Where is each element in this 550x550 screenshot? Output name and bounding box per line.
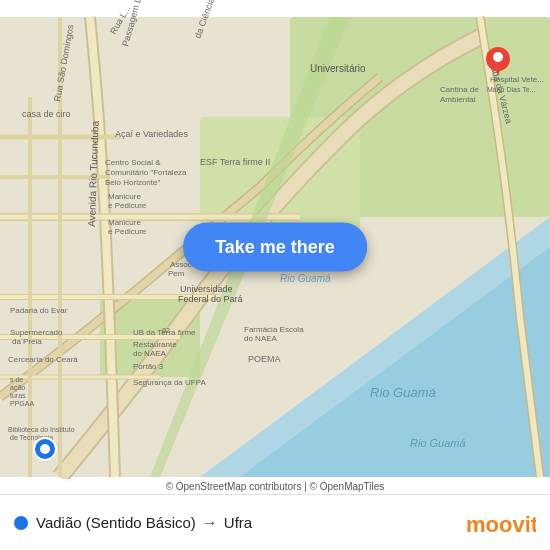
moovit-logo-svg: moovit — [466, 508, 536, 538]
svg-text:e Pedicure: e Pedicure — [108, 201, 147, 210]
svg-text:Supermercado: Supermercado — [10, 328, 63, 337]
route-info: Vadião (Sentido Básico) → Ufra — [14, 514, 466, 532]
svg-text:Centro Social &: Centro Social & — [105, 158, 161, 167]
svg-point-58 — [40, 444, 50, 454]
app-container: Rio Guamá Rio Guamá Rua L... Rua São Dom… — [0, 0, 550, 550]
svg-text:PPGAA: PPGAA — [10, 400, 34, 407]
svg-text:Belo Horizonte": Belo Horizonte" — [105, 178, 160, 187]
svg-text:Açaí e Variedades: Açaí e Variedades — [115, 129, 188, 139]
svg-text:Manicure: Manicure — [108, 192, 141, 201]
svg-text:turas: turas — [10, 392, 26, 399]
take-me-there-button[interactable]: Take me there — [183, 223, 367, 272]
svg-text:moovit: moovit — [466, 512, 536, 537]
svg-text:Restaurante: Restaurante — [133, 340, 177, 349]
svg-text:Universitário: Universitário — [310, 63, 366, 74]
svg-text:62: 62 — [162, 327, 170, 334]
bottom-bar: Vadião (Sentido Básico) → Ufra moovit — [0, 494, 550, 550]
svg-text:Cantina de: Cantina de — [440, 85, 479, 94]
svg-text:ESF Terra firme II: ESF Terra firme II — [200, 157, 270, 167]
origin-dot — [14, 516, 28, 530]
svg-text:Ambiental: Ambiental — [440, 95, 476, 104]
svg-text:Manicure: Manicure — [108, 218, 141, 227]
svg-text:Comunitário "Fortaleza: Comunitário "Fortaleza — [105, 168, 187, 177]
svg-text:Mário Dias Te...: Mário Dias Te... — [487, 86, 536, 93]
svg-text:e Pedicure: e Pedicure — [108, 227, 147, 236]
svg-text:Biblioteca do Instituto: Biblioteca do Instituto — [8, 426, 75, 433]
svg-text:POEMA: POEMA — [248, 354, 281, 364]
route-text: Vadião (Sentido Básico) → Ufra — [36, 514, 252, 532]
svg-text:Rio Guamá: Rio Guamá — [410, 437, 466, 449]
svg-text:Federal do Pará: Federal do Pará — [178, 294, 243, 304]
svg-point-56 — [493, 52, 503, 62]
arrow-icon: → — [202, 514, 218, 532]
svg-text:da Preia: da Preia — [12, 337, 42, 346]
svg-text:casa de ciro: casa de ciro — [22, 109, 71, 119]
svg-text:Cercearia do Ceará: Cercearia do Ceará — [8, 355, 78, 364]
svg-text:ação: ação — [10, 384, 25, 392]
svg-text:do NAEA: do NAEA — [244, 334, 278, 343]
map-attribution: © OpenStreetMap contributors | © OpenMap… — [0, 479, 550, 494]
map-area: Rio Guamá Rio Guamá Rua L... Rua São Dom… — [0, 0, 550, 494]
svg-text:Portão 3: Portão 3 — [133, 362, 164, 371]
svg-text:Farmácia Escola: Farmácia Escola — [244, 325, 304, 334]
svg-text:Rio Guamá: Rio Guamá — [370, 385, 436, 400]
svg-text:Padaria do Evar: Padaria do Evar — [10, 306, 68, 315]
svg-text:Pem: Pem — [168, 269, 185, 278]
svg-text:s de: s de — [10, 376, 23, 383]
moovit-logo-area: moovit — [466, 508, 536, 538]
origin-label: Vadião (Sentido Básico) — [36, 514, 196, 531]
destination-label: Ufra — [224, 514, 252, 531]
svg-text:Segurança da UFPA: Segurança da UFPA — [133, 378, 206, 387]
svg-text:do NAEA: do NAEA — [133, 349, 167, 358]
svg-text:Rio Guamá: Rio Guamá — [280, 273, 331, 284]
svg-text:Universidade: Universidade — [180, 284, 233, 294]
